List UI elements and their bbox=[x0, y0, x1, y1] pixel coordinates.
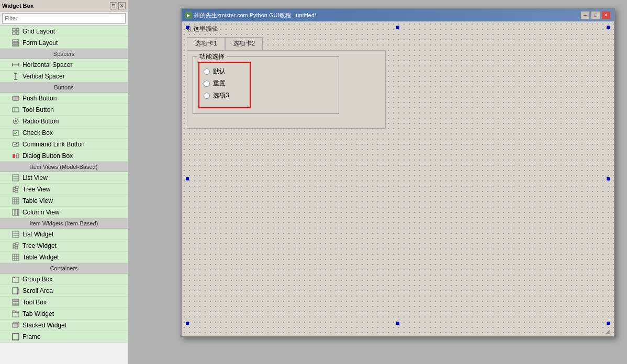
svg-text:■: ■ bbox=[14, 276, 15, 278]
sidebar-item-tree-widget[interactable]: Tree Widget bbox=[0, 240, 128, 252]
svg-rect-1 bbox=[16, 28, 19, 31]
svg-rect-22 bbox=[16, 154, 19, 158]
tablewidget-icon bbox=[12, 253, 20, 261]
listview-icon bbox=[12, 174, 20, 182]
svg-rect-62 bbox=[13, 299, 19, 301]
handle-tc[interactable] bbox=[396, 26, 399, 29]
svg-rect-0 bbox=[13, 28, 15, 31]
tab-bar: 选项卡1 选项卡2 bbox=[187, 37, 386, 50]
sidebar-item-horizontal-spacer[interactable]: Horizontal Spacer bbox=[0, 59, 128, 71]
main-window-content: 在这里编辑 选项卡1 选项卡2 功能选 bbox=[182, 21, 614, 336]
sidebar-item-group-box-label: Group Box bbox=[23, 276, 52, 283]
group-box-title: 功能选择 bbox=[197, 52, 227, 61]
sidebar-item-dialog-button-box[interactable]: Dialog Button Box bbox=[0, 150, 128, 162]
radio-2-circle[interactable] bbox=[204, 93, 210, 99]
sidebar-item-grid-layout[interactable]: Grid Layout bbox=[0, 26, 128, 37]
tab-content: 功能选择 默认 重置 bbox=[187, 50, 386, 129]
main-window-titlebar: ▶ 州的先生zmister.com Python GUI教程 - untitle… bbox=[182, 9, 614, 21]
app-icon: ▶ bbox=[185, 12, 192, 19]
radio-0-circle[interactable] bbox=[204, 69, 210, 75]
sidebar-item-frame[interactable]: Frame bbox=[0, 331, 128, 343]
canvas-area[interactable]: 在这里编辑 选项卡1 选项卡2 功能选 bbox=[182, 21, 614, 336]
toolbox-icon bbox=[12, 298, 20, 306]
sidebar-item-check-box[interactable]: Check Box bbox=[0, 127, 128, 139]
window-controls: ─ □ ✕ bbox=[580, 11, 611, 19]
handle-bc[interactable] bbox=[396, 322, 399, 325]
widget-box-close-btn[interactable]: ✕ bbox=[118, 2, 126, 9]
radio-1-label: 重置 bbox=[213, 79, 226, 88]
sidebar-item-check-box-label: Check Box bbox=[23, 129, 53, 136]
sidebar-item-tool-button-label: Tool Button bbox=[23, 106, 54, 113]
svg-rect-64 bbox=[13, 304, 19, 305]
main-window: ▶ 州的先生zmister.com Python GUI教程 - untitle… bbox=[181, 8, 615, 337]
sidebar-item-table-view[interactable]: Table View bbox=[0, 195, 128, 207]
sidebar-item-stacked-widget[interactable]: Stacked Widget bbox=[0, 320, 128, 331]
sidebar-item-stacked-widget-label: Stacked Widget bbox=[23, 322, 66, 329]
section-header-containers: Containers bbox=[0, 263, 128, 274]
filter-bar bbox=[0, 12, 128, 26]
sidebar-item-form-layout[interactable]: Form Layout bbox=[0, 37, 128, 49]
sidebar-item-grid-layout-label: Grid Layout bbox=[23, 28, 55, 35]
svg-rect-59 bbox=[13, 288, 18, 294]
handle-tr[interactable] bbox=[607, 26, 610, 29]
svg-rect-5 bbox=[13, 42, 19, 44]
radio-options-container: 默认 重置 选项3 bbox=[198, 62, 251, 108]
handle-ml[interactable] bbox=[186, 177, 189, 180]
svg-rect-30 bbox=[16, 186, 18, 188]
tab-btn-2[interactable]: 选项卡2 bbox=[225, 37, 263, 50]
sidebar-item-command-link-button[interactable]: Command Link Button bbox=[0, 139, 128, 150]
sidebar-item-tree-view[interactable]: Tree View bbox=[0, 184, 128, 195]
widget-box-float-btn[interactable]: ⊟ bbox=[110, 2, 117, 9]
sidebar-item-column-view[interactable]: Column View bbox=[0, 207, 128, 218]
svg-rect-3 bbox=[16, 32, 19, 35]
sidebar-item-list-view[interactable]: List View bbox=[0, 172, 128, 184]
svg-rect-6 bbox=[13, 45, 19, 46]
sidebar-item-scroll-area[interactable]: Scroll Area bbox=[0, 285, 128, 297]
svg-point-17 bbox=[15, 120, 17, 122]
toolbtn-icon bbox=[12, 106, 20, 114]
section-header-item-widgets: Item Widgets (Item-Based) bbox=[0, 218, 128, 229]
svg-rect-38 bbox=[13, 209, 15, 215]
sidebar-item-form-layout-label: Form Layout bbox=[23, 39, 58, 47]
tabwidget-icon bbox=[12, 310, 20, 318]
svg-rect-51 bbox=[13, 254, 19, 260]
vspacer-icon bbox=[12, 72, 20, 81]
svg-rect-69 bbox=[13, 323, 18, 327]
sidebar-item-table-view-label: Table View bbox=[23, 197, 53, 204]
sidebar-item-command-link-button-label: Command Link Button bbox=[23, 141, 85, 148]
svg-rect-4 bbox=[13, 40, 19, 41]
tab-btn-1[interactable]: 选项卡1 bbox=[187, 37, 225, 50]
sidebar-item-list-widget-label: List Widget bbox=[23, 231, 53, 238]
window-close-btn[interactable]: ✕ bbox=[601, 11, 611, 19]
pushbtn-icon bbox=[12, 94, 20, 103]
sidebar-item-tool-button[interactable]: Tool Button bbox=[0, 104, 128, 116]
sidebar-item-vertical-spacer[interactable]: Vertical Spacer bbox=[0, 71, 128, 82]
cmdlink-icon bbox=[12, 140, 20, 149]
svg-rect-48 bbox=[16, 243, 18, 245]
sidebar-item-group-box[interactable]: ■ Group Box bbox=[0, 274, 128, 285]
sidebar-item-list-widget[interactable]: List Widget bbox=[0, 229, 128, 240]
window-maximize-btn[interactable]: □ bbox=[591, 11, 600, 19]
sidebar-item-radio-button[interactable]: Radio Button bbox=[0, 116, 128, 127]
sidebar-item-table-widget[interactable]: Table Widget bbox=[0, 252, 128, 263]
svg-rect-39 bbox=[15, 209, 17, 215]
filter-input[interactable] bbox=[2, 13, 126, 24]
handle-bl[interactable] bbox=[186, 322, 189, 325]
handle-mr[interactable] bbox=[607, 177, 610, 180]
svg-rect-14 bbox=[13, 108, 19, 112]
sidebar-item-tool-box[interactable]: Tool Box bbox=[0, 297, 128, 308]
handle-tl[interactable] bbox=[186, 26, 189, 29]
radio-1-circle[interactable] bbox=[204, 81, 210, 87]
radio-0-label: 默认 bbox=[213, 67, 226, 76]
handle-br[interactable] bbox=[607, 322, 610, 325]
sidebar-item-tab-widget[interactable]: Tab Widget bbox=[0, 308, 128, 320]
window-minimize-btn[interactable]: ─ bbox=[580, 11, 590, 19]
sidebar-item-push-button[interactable]: Push Button bbox=[0, 93, 128, 104]
svg-rect-31 bbox=[15, 188, 18, 190]
radio-item-2: 选项3 bbox=[204, 91, 245, 100]
svg-rect-63 bbox=[13, 302, 19, 304]
groupbox-icon: ■ bbox=[12, 275, 20, 283]
tab-widget: 选项卡1 选项卡2 功能选择 bbox=[187, 37, 386, 129]
sidebar-item-dialog-button-box-label: Dialog Button Box bbox=[23, 152, 73, 160]
treewidget-icon bbox=[12, 242, 20, 250]
